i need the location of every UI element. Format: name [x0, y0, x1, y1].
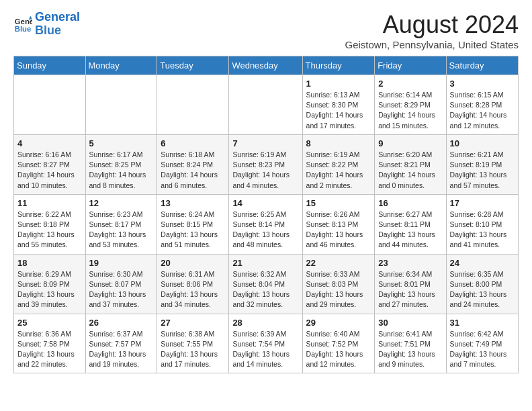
calendar-cell: 20Sunrise: 6:31 AMSunset: 8:06 PMDayligh…: [157, 254, 229, 314]
day-info: Sunrise: 6:19 AMSunset: 8:22 PMDaylight:…: [306, 150, 371, 191]
logo-icon: General Blue: [13, 15, 32, 34]
day-number: 24: [450, 258, 515, 268]
calendar-week-4: 18Sunrise: 6:29 AMSunset: 8:09 PMDayligh…: [14, 254, 519, 314]
day-number: 14: [232, 198, 298, 208]
day-number: 1: [306, 79, 371, 89]
day-info: Sunrise: 6:21 AMSunset: 8:19 PMDaylight:…: [450, 150, 515, 191]
day-number: 11: [17, 198, 82, 208]
day-info: Sunrise: 6:28 AMSunset: 8:10 PMDaylight:…: [450, 210, 515, 250]
day-number: 19: [89, 258, 154, 268]
calendar-cell: 10Sunrise: 6:21 AMSunset: 8:19 PMDayligh…: [446, 134, 518, 194]
logo-text: GeneralBlue: [35, 11, 80, 38]
day-number: 31: [450, 318, 515, 328]
day-info: Sunrise: 6:38 AMSunset: 7:55 PMDaylight:…: [161, 329, 225, 370]
location: Geistown, Pennsylvania, United States: [345, 39, 519, 50]
day-info: Sunrise: 6:25 AMSunset: 8:14 PMDaylight:…: [232, 210, 298, 250]
calendar-cell: 15Sunrise: 6:26 AMSunset: 8:13 PMDayligh…: [302, 194, 375, 254]
day-number: 25: [17, 318, 82, 328]
day-number: 10: [450, 138, 515, 148]
day-info: Sunrise: 6:42 AMSunset: 7:49 PMDaylight:…: [450, 329, 515, 370]
day-info: Sunrise: 6:23 AMSunset: 8:17 PMDaylight:…: [89, 210, 154, 250]
weekday-header-thursday: Thursday: [302, 56, 375, 75]
weekday-header-friday: Friday: [375, 56, 446, 75]
calendar-cell: 4Sunrise: 6:16 AMSunset: 8:27 PMDaylight…: [14, 134, 86, 194]
svg-text:Blue: Blue: [15, 24, 32, 32]
day-number: 13: [161, 198, 225, 208]
day-info: Sunrise: 6:27 AMSunset: 8:11 PMDaylight:…: [378, 210, 442, 250]
calendar-week-1: 1Sunrise: 6:13 AMSunset: 8:30 PMDaylight…: [14, 75, 519, 135]
day-number: 17: [450, 198, 515, 208]
calendar-cell: 31Sunrise: 6:42 AMSunset: 7:49 PMDayligh…: [446, 314, 518, 373]
calendar-cell: [14, 75, 86, 135]
day-info: Sunrise: 6:26 AMSunset: 8:13 PMDaylight:…: [306, 210, 371, 250]
day-number: 21: [232, 258, 298, 268]
calendar-cell: 6Sunrise: 6:18 AMSunset: 8:24 PMDaylight…: [157, 134, 229, 194]
calendar-cell: 11Sunrise: 6:22 AMSunset: 8:18 PMDayligh…: [14, 194, 86, 254]
day-info: Sunrise: 6:35 AMSunset: 8:00 PMDaylight:…: [450, 269, 515, 310]
calendar-cell: 17Sunrise: 6:28 AMSunset: 8:10 PMDayligh…: [446, 194, 518, 254]
calendar-cell: 27Sunrise: 6:38 AMSunset: 7:55 PMDayligh…: [157, 314, 229, 373]
day-number: 15: [306, 198, 371, 208]
day-number: 2: [378, 79, 442, 89]
title-area: August 2024 Geistown, Pennsylvania, Unit…: [345, 11, 519, 50]
page-header: General Blue GeneralBlue August 2024 Gei…: [13, 11, 519, 50]
calendar-cell: 30Sunrise: 6:41 AMSunset: 7:51 PMDayligh…: [375, 314, 446, 373]
day-number: 28: [232, 318, 298, 328]
day-info: Sunrise: 6:15 AMSunset: 8:28 PMDaylight:…: [450, 90, 515, 131]
day-number: 22: [306, 258, 371, 268]
day-number: 30: [378, 318, 442, 328]
calendar-cell: [229, 75, 302, 135]
month-title: August 2024: [345, 11, 519, 39]
calendar-cell: 28Sunrise: 6:39 AMSunset: 7:54 PMDayligh…: [229, 314, 302, 373]
day-info: Sunrise: 6:17 AMSunset: 8:25 PMDaylight:…: [89, 150, 154, 191]
weekday-header-monday: Monday: [85, 56, 157, 75]
calendar-table: SundayMondayTuesdayWednesdayThursdayFrid…: [13, 56, 519, 373]
calendar-cell: 26Sunrise: 6:37 AMSunset: 7:57 PMDayligh…: [85, 314, 157, 373]
calendar-cell: [157, 75, 229, 135]
calendar-cell: [85, 75, 157, 135]
day-info: Sunrise: 6:13 AMSunset: 8:30 PMDaylight:…: [306, 90, 371, 131]
weekday-header-row: SundayMondayTuesdayWednesdayThursdayFrid…: [14, 56, 519, 75]
calendar-cell: 21Sunrise: 6:32 AMSunset: 8:04 PMDayligh…: [229, 254, 302, 314]
calendar-cell: 19Sunrise: 6:30 AMSunset: 8:07 PMDayligh…: [85, 254, 157, 314]
day-info: Sunrise: 6:40 AMSunset: 7:52 PMDaylight:…: [306, 329, 371, 370]
calendar-cell: 24Sunrise: 6:35 AMSunset: 8:00 PMDayligh…: [446, 254, 518, 314]
day-info: Sunrise: 6:37 AMSunset: 7:57 PMDaylight:…: [89, 329, 154, 370]
day-info: Sunrise: 6:34 AMSunset: 8:01 PMDaylight:…: [378, 269, 442, 310]
day-info: Sunrise: 6:32 AMSunset: 8:04 PMDaylight:…: [232, 269, 298, 310]
weekday-header-sunday: Sunday: [14, 56, 86, 75]
day-number: 4: [17, 138, 82, 148]
day-number: 29: [306, 318, 371, 328]
day-info: Sunrise: 6:24 AMSunset: 8:15 PMDaylight:…: [161, 210, 225, 250]
day-number: 18: [17, 258, 82, 268]
day-number: 8: [306, 138, 371, 148]
weekday-header-tuesday: Tuesday: [157, 56, 229, 75]
day-number: 27: [161, 318, 225, 328]
day-number: 23: [378, 258, 442, 268]
calendar-cell: 22Sunrise: 6:33 AMSunset: 8:03 PMDayligh…: [302, 254, 375, 314]
calendar-cell: 18Sunrise: 6:29 AMSunset: 8:09 PMDayligh…: [14, 254, 86, 314]
calendar-cell: 1Sunrise: 6:13 AMSunset: 8:30 PMDaylight…: [302, 75, 375, 135]
calendar-week-3: 11Sunrise: 6:22 AMSunset: 8:18 PMDayligh…: [14, 194, 519, 254]
calendar-cell: 14Sunrise: 6:25 AMSunset: 8:14 PMDayligh…: [229, 194, 302, 254]
calendar-cell: 2Sunrise: 6:14 AMSunset: 8:29 PMDaylight…: [375, 75, 446, 135]
calendar-cell: 9Sunrise: 6:20 AMSunset: 8:21 PMDaylight…: [375, 134, 446, 194]
calendar-week-5: 25Sunrise: 6:36 AMSunset: 7:58 PMDayligh…: [14, 314, 519, 373]
day-info: Sunrise: 6:41 AMSunset: 7:51 PMDaylight:…: [378, 329, 442, 370]
calendar-cell: 12Sunrise: 6:23 AMSunset: 8:17 PMDayligh…: [85, 194, 157, 254]
day-info: Sunrise: 6:29 AMSunset: 8:09 PMDaylight:…: [17, 269, 82, 310]
day-number: 6: [161, 138, 225, 148]
calendar-cell: 5Sunrise: 6:17 AMSunset: 8:25 PMDaylight…: [85, 134, 157, 194]
calendar-cell: 25Sunrise: 6:36 AMSunset: 7:58 PMDayligh…: [14, 314, 86, 373]
day-info: Sunrise: 6:20 AMSunset: 8:21 PMDaylight:…: [378, 150, 442, 191]
day-info: Sunrise: 6:39 AMSunset: 7:54 PMDaylight:…: [232, 329, 298, 370]
day-info: Sunrise: 6:31 AMSunset: 8:06 PMDaylight:…: [161, 269, 225, 310]
day-info: Sunrise: 6:18 AMSunset: 8:24 PMDaylight:…: [161, 150, 225, 191]
day-number: 9: [378, 138, 442, 148]
weekday-header-wednesday: Wednesday: [229, 56, 302, 75]
day-info: Sunrise: 6:36 AMSunset: 7:58 PMDaylight:…: [17, 329, 82, 370]
day-number: 7: [232, 138, 298, 148]
day-info: Sunrise: 6:19 AMSunset: 8:23 PMDaylight:…: [232, 150, 298, 191]
day-info: Sunrise: 6:14 AMSunset: 8:29 PMDaylight:…: [378, 90, 442, 131]
weekday-header-saturday: Saturday: [446, 56, 518, 75]
